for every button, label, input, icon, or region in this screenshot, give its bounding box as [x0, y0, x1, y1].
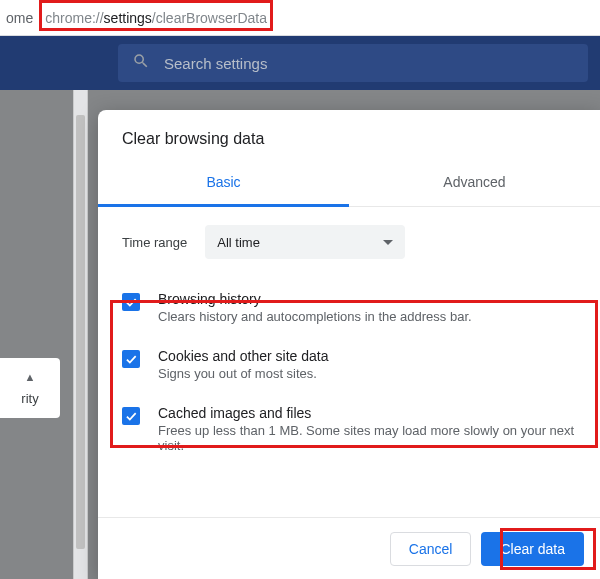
time-range-select[interactable]: All time — [205, 225, 405, 259]
scrollbar-thumb[interactable] — [76, 115, 85, 549]
clear-data-button[interactable]: Clear data — [481, 532, 584, 566]
option-cookies[interactable]: Cookies and other site data Signs you ou… — [122, 338, 576, 395]
search-icon — [132, 52, 150, 74]
option-description: Clears history and autocompletions in th… — [158, 309, 472, 324]
url-scheme: chrome:// — [45, 10, 103, 26]
option-browsing-history[interactable]: Browsing history Clears history and auto… — [122, 281, 576, 338]
option-description: Signs you out of most sites. — [158, 366, 328, 381]
tab-basic[interactable]: Basic — [98, 160, 349, 207]
time-range-label: Time range — [122, 235, 187, 250]
option-description: Frees up less than 1 MB. Some sites may … — [158, 423, 576, 453]
caret-up-icon: ▲ — [25, 371, 36, 383]
option-title: Browsing history — [158, 291, 472, 307]
sidebar-item-security[interactable]: rity — [21, 391, 38, 406]
time-range-value: All time — [217, 235, 260, 250]
sidebar-fragment[interactable]: ▲ rity — [0, 358, 60, 418]
tab-advanced[interactable]: Advanced — [349, 160, 600, 206]
url-host: settings — [104, 10, 152, 26]
option-cache[interactable]: Cached images and files Frees up less th… — [122, 395, 576, 467]
url-field[interactable]: chrome://settings/clearBrowserData — [45, 10, 267, 26]
address-bar[interactable]: ome chrome://settings/clearBrowserData — [0, 0, 600, 36]
checkbox-cookies[interactable] — [122, 350, 140, 368]
dialog-footer: Cancel Clear data — [98, 517, 600, 579]
search-settings-field[interactable]: Search settings — [118, 44, 588, 82]
option-title: Cookies and other site data — [158, 348, 328, 364]
clear-browsing-data-dialog: Clear browsing data Basic Advanced Time … — [98, 110, 600, 579]
option-title: Cached images and files — [158, 405, 576, 421]
url-path: /clearBrowserData — [152, 10, 267, 26]
home-button-fragment[interactable]: ome — [6, 10, 33, 26]
search-settings-placeholder: Search settings — [164, 55, 267, 72]
dialog-title: Clear browsing data — [98, 110, 600, 152]
settings-header: Search settings — [0, 36, 600, 90]
checkbox-cache[interactable] — [122, 407, 140, 425]
cancel-button[interactable]: Cancel — [390, 532, 472, 566]
chevron-down-icon — [383, 240, 393, 245]
page-scrollbar[interactable] — [73, 90, 88, 579]
dialog-tabs: Basic Advanced — [98, 160, 600, 207]
checkbox-history[interactable] — [122, 293, 140, 311]
